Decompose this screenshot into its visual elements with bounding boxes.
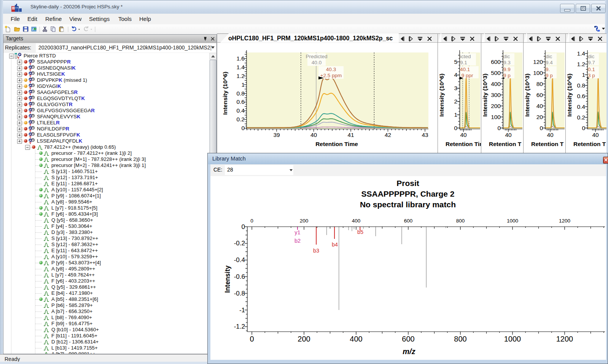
svg-text:1000: 1000 [504, 335, 521, 343]
svg-text:y1: y1 [294, 229, 300, 235]
svg-text:80: 80 [536, 81, 543, 87]
svg-text:5: 5 [454, 59, 457, 65]
svg-text:b2: b2 [294, 238, 301, 244]
svg-text:9.: 9. [546, 67, 550, 72]
svg-text:0: 0 [454, 125, 457, 131]
svg-text:Y: Y [29, 122, 32, 126]
svg-text:0.8: 0.8 [236, 90, 245, 97]
svg-text:9.4: 9.4 [546, 60, 553, 65]
svg-text:600: 600 [404, 218, 413, 224]
svg-text:600: 600 [402, 335, 414, 343]
svg-text:400: 400 [491, 81, 501, 87]
svg-text:3 p: 3 p [588, 73, 595, 78]
svg-text:800: 800 [454, 335, 466, 343]
svg-text:120: 120 [533, 59, 543, 65]
svg-text:Y: Y [29, 104, 32, 107]
svg-text:800: 800 [456, 218, 465, 224]
svg-text:2: 2 [454, 98, 457, 105]
svg-text:40: 40 [547, 132, 554, 138]
svg-text:Intensity (10^3): Intensity (10^3) [482, 73, 488, 116]
svg-text:Y: Y [29, 61, 32, 65]
svg-text:1200: 1200 [556, 335, 573, 343]
svg-text:200: 200 [300, 218, 309, 224]
svg-text:4: 4 [454, 72, 457, 78]
svg-text:1200: 1200 [559, 218, 570, 224]
svg-text:Retention Tir: Retention Tir [446, 141, 481, 147]
svg-text:0.4: 0.4 [236, 107, 245, 114]
svg-text:1: 1 [241, 81, 245, 88]
svg-text:0.6: 0.6 [577, 93, 585, 99]
svg-text:40: 40 [460, 132, 467, 138]
svg-text:0: 0 [540, 125, 543, 131]
svg-text:Intensity (10^6): Intensity (10^6) [438, 73, 445, 116]
svg-text:1.2: 1.2 [236, 73, 245, 79]
svg-text:Y: Y [29, 98, 32, 101]
svg-text:b4: b4 [332, 242, 338, 248]
svg-text:1.4: 1.4 [236, 64, 245, 70]
svg-text:dic: dic [588, 54, 595, 59]
svg-text:Y: Y [29, 79, 32, 83]
svg-text:9.9: 9.9 [503, 67, 511, 72]
svg-text:42: 42 [385, 132, 391, 138]
svg-text:100: 100 [491, 114, 501, 120]
svg-text:600: 600 [491, 59, 501, 65]
svg-text:500: 500 [491, 70, 501, 76]
svg-text:0: 0 [497, 125, 501, 131]
svg-text:1: 1 [454, 111, 457, 118]
svg-text:40.3: 40.3 [326, 67, 336, 72]
svg-text:Y: Y [29, 92, 32, 95]
svg-text:40: 40 [310, 132, 317, 138]
svg-text:-0.2: -0.2 [234, 240, 245, 247]
svg-text:b5: b5 [357, 229, 363, 235]
svg-text:Intensity: Intensity [224, 265, 231, 293]
svg-text:39: 39 [273, 132, 280, 138]
svg-text:400: 400 [350, 335, 362, 343]
svg-text:9.7: 9.7 [588, 60, 595, 65]
svg-text:200: 200 [298, 335, 310, 343]
svg-text:1000: 1000 [507, 218, 518, 224]
svg-text:0: 0 [241, 125, 245, 131]
svg-text:20: 20 [536, 114, 543, 120]
svg-text:-1: -1 [239, 307, 245, 314]
svg-text:40.0: 40.0 [312, 60, 322, 65]
svg-text:0: 0 [242, 223, 245, 230]
svg-text:-0.8: -0.8 [234, 290, 245, 297]
svg-text:0.6: 0.6 [236, 99, 245, 105]
svg-text:100: 100 [533, 70, 543, 76]
svg-text:m/z: m/z [403, 347, 415, 356]
svg-text:0.4: 0.4 [577, 103, 585, 110]
svg-text:200: 200 [491, 103, 501, 109]
svg-text:+2.5 ppm: +2.5 ppm [320, 73, 342, 78]
svg-text:Retention T: Retention T [531, 141, 564, 147]
svg-text:40: 40 [536, 103, 543, 109]
svg-text:9 p: 9 p [546, 73, 553, 78]
svg-text:9.1: 9.1 [460, 60, 467, 65]
svg-text:9 p: 9 p [503, 73, 511, 78]
svg-text:Intensity (10^6): Intensity (10^6) [222, 72, 228, 114]
svg-text:0.8: 0.8 [577, 82, 585, 89]
svg-text:Y: Y [29, 110, 32, 113]
svg-text:-0.6: -0.6 [234, 273, 245, 280]
svg-text:Y: Y [29, 140, 32, 144]
svg-text:Y: Y [29, 73, 32, 77]
svg-text:0: 0 [250, 218, 253, 224]
svg-text:Retention T: Retention T [489, 141, 522, 147]
svg-text:3: 3 [454, 85, 457, 91]
svg-text:Y: Y [29, 134, 32, 138]
svg-text:0: 0 [250, 335, 254, 343]
svg-text:1.6: 1.6 [236, 55, 245, 62]
svg-text:-0.4: -0.4 [234, 256, 245, 264]
svg-text:dic: dic [546, 54, 552, 59]
svg-text:-1.2: -1.2 [234, 323, 245, 330]
svg-text:Y: Y [29, 128, 32, 132]
svg-text:300: 300 [491, 92, 501, 98]
svg-text:40: 40 [592, 132, 599, 138]
svg-text:Y: Y [17, 55, 20, 59]
svg-text:Intensity (10^3): Intensity (10^3) [524, 73, 530, 116]
svg-text:0: 0 [582, 125, 585, 131]
svg-text:40.1: 40.1 [460, 67, 470, 72]
svg-text:1: 1 [582, 72, 585, 78]
svg-text:9.3: 9.3 [503, 60, 511, 65]
svg-text:1.2: 1.2 [577, 61, 585, 67]
svg-text:Intensity (10^6): Intensity (10^6) [566, 73, 573, 116]
